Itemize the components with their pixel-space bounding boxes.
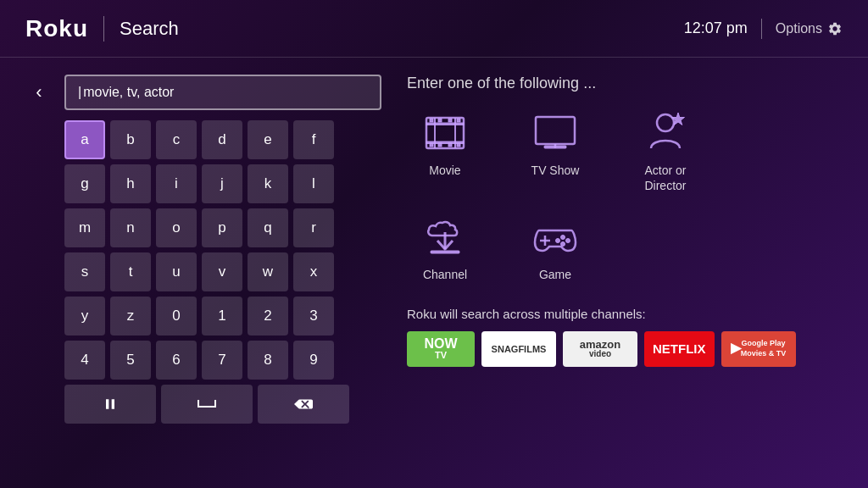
clock: 12:07 pm <box>684 19 748 37</box>
svg-point-24 <box>556 238 560 242</box>
key-p[interactable]: p <box>202 208 242 247</box>
key-a[interactable]: a <box>64 120 105 159</box>
key-o[interactable]: o <box>156 208 197 247</box>
header: Roku Search 12:07 pm Options <box>0 0 868 58</box>
key-8[interactable]: 8 <box>248 341 288 380</box>
key-3[interactable]: 3 <box>293 297 334 336</box>
movie-label: Movie <box>429 163 460 178</box>
category-grid-bottom: Channel <box>407 214 843 282</box>
actor-director-label: Actor orDirector <box>644 163 686 193</box>
channel-snagfilms[interactable]: SNAGFILMS <box>481 331 556 367</box>
channel-google-play[interactable]: ▶ Google PlayMovies & TV <box>721 331 796 367</box>
key-x[interactable]: x <box>293 252 334 291</box>
svg-point-21 <box>561 235 565 239</box>
key-d[interactable]: d <box>202 120 242 159</box>
header-right: 12:07 pm Options <box>684 19 843 39</box>
category-tv-show[interactable]: TV Show <box>517 109 593 193</box>
movie-icon <box>420 109 470 156</box>
key-s[interactable]: s <box>64 252 105 291</box>
key-e[interactable]: e <box>248 120 288 159</box>
category-grid-top: Movie TV Show <box>407 109 843 193</box>
channel-now-tv[interactable]: NOW TV <box>407 331 475 367</box>
channel-amazon[interactable]: amazon video <box>563 331 637 367</box>
category-channel[interactable]: Channel <box>407 214 483 282</box>
key-f[interactable]: f <box>293 120 334 159</box>
key-5[interactable]: 5 <box>110 341 151 380</box>
google-play-icon: ▶ <box>731 340 741 358</box>
key-c[interactable]: c <box>156 120 197 159</box>
key-6[interactable]: 6 <box>156 341 197 380</box>
game-label: Game <box>539 267 571 282</box>
channel-netflix[interactable]: NETFLIX <box>644 331 715 367</box>
key-i[interactable]: i <box>156 164 197 203</box>
svg-rect-9 <box>430 143 433 147</box>
right-panel: Enter one of the following ... <box>381 75 843 471</box>
actor-director-icon <box>640 109 691 156</box>
key-7[interactable]: 7 <box>202 341 242 380</box>
key-9[interactable]: 9 <box>293 341 334 380</box>
search-placeholder: movie, tv, actor <box>83 85 174 100</box>
key-k[interactable]: k <box>248 164 288 203</box>
key-r[interactable]: r <box>293 208 334 247</box>
key-b[interactable]: b <box>110 120 151 159</box>
channels-section: Roku will search across multiple channel… <box>407 307 843 367</box>
keyboard-row-special <box>64 385 381 424</box>
back-button[interactable]: ‹ <box>25 79 53 106</box>
options-button[interactable]: Options <box>776 21 843 36</box>
channel-label: Channel <box>423 267 467 282</box>
amazon-video-label: video <box>589 350 611 358</box>
search-input[interactable]: movie, tv, actor <box>64 75 381 110</box>
key-h[interactable]: h <box>110 164 151 203</box>
roku-logo: Roku <box>25 15 88 42</box>
key-backspace[interactable] <box>258 385 349 424</box>
key-2[interactable]: 2 <box>248 297 288 336</box>
channels-row: NOW TV SNAGFILMS amazon video NETFLIX ▶ … <box>407 331 843 367</box>
now-tv-now: NOW <box>424 337 457 351</box>
key-m[interactable]: m <box>64 208 105 247</box>
svg-rect-6 <box>438 119 442 122</box>
svg-rect-1 <box>426 123 464 125</box>
svg-rect-11 <box>448 143 452 147</box>
header-divider2 <box>761 19 762 39</box>
key-y[interactable]: y <box>64 297 105 336</box>
tv-show-label: TV Show <box>531 163 580 178</box>
svg-rect-18 <box>431 251 459 253</box>
key-t[interactable]: t <box>110 252 151 291</box>
keyboard-row-3: m n o p q r <box>64 208 381 247</box>
search-row: ‹ movie, tv, actor <box>25 75 381 110</box>
snagfilms-label: SNAGFILMS <box>492 344 547 354</box>
key-space[interactable] <box>161 385 253 424</box>
key-z[interactable]: z <box>110 297 151 336</box>
key-delete[interactable] <box>64 385 156 424</box>
main: ‹ movie, tv, actor a b c d e f g h i j k <box>0 58 868 488</box>
key-v[interactable]: v <box>202 252 242 291</box>
gear-icon <box>827 21 843 36</box>
key-u[interactable]: u <box>156 252 197 291</box>
key-q[interactable]: q <box>248 208 288 247</box>
netflix-label: NETFLIX <box>653 341 706 356</box>
key-1[interactable]: 1 <box>202 297 242 336</box>
header-title: Search <box>120 18 179 40</box>
key-w[interactable]: w <box>248 252 288 291</box>
key-0[interactable]: 0 <box>156 297 197 336</box>
svg-rect-8 <box>457 119 460 122</box>
header-divider <box>103 16 104 42</box>
key-n[interactable]: n <box>110 208 151 247</box>
channels-label: Roku will search across multiple channel… <box>407 307 843 321</box>
google-play-label: Google PlayMovies & TV <box>741 339 787 358</box>
channel-icon <box>420 214 470 260</box>
category-actor-director[interactable]: Actor orDirector <box>627 109 704 193</box>
key-4[interactable]: 4 <box>64 341 105 380</box>
key-j[interactable]: j <box>202 164 242 203</box>
category-movie[interactable]: Movie <box>407 109 483 193</box>
svg-rect-7 <box>448 119 452 122</box>
keyboard-row-5: y z 0 1 2 3 <box>64 297 381 336</box>
category-game[interactable]: Game <box>517 214 593 282</box>
now-tv-tv: TV <box>435 351 447 360</box>
svg-point-23 <box>561 241 565 246</box>
keyboard: a b c d e f g h i j k l m n o p <box>25 120 381 424</box>
svg-point-22 <box>566 238 570 242</box>
key-g[interactable]: g <box>64 164 105 203</box>
left-panel: ‹ movie, tv, actor a b c d e f g h i j k <box>25 75 381 471</box>
key-l[interactable]: l <box>293 164 334 203</box>
